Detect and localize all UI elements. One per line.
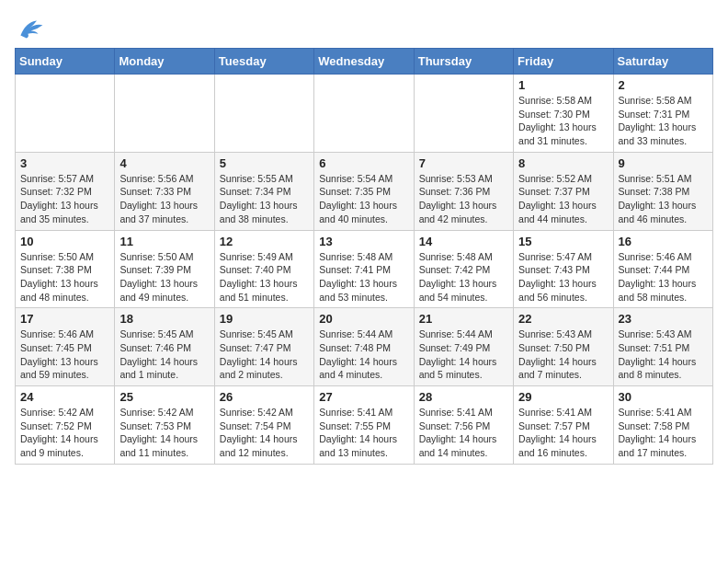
header-saturday: Saturday [613, 49, 712, 75]
day-info: Sunrise: 5:52 AMSunset: 7:37 PMDaylight:… [518, 172, 608, 226]
day-number: 5 [220, 156, 309, 170]
calendar-table: SundayMondayTuesdayWednesdayThursdayFrid… [15, 48, 713, 465]
header-monday: Monday [115, 49, 214, 75]
logo-bird-icon [15, 15, 44, 40]
day-info: Sunrise: 5:46 AMSunset: 7:44 PMDaylight:… [619, 250, 708, 304]
calendar-week-row: 3Sunrise: 5:57 AMSunset: 7:32 PMDaylight… [16, 152, 713, 230]
header-thursday: Thursday [414, 49, 513, 75]
calendar-cell: 26Sunrise: 5:42 AMSunset: 7:54 PMDayligh… [214, 386, 313, 465]
calendar-cell: 3Sunrise: 5:57 AMSunset: 7:32 PMDaylight… [16, 152, 115, 230]
day-info: Sunrise: 5:53 AMSunset: 7:36 PMDaylight:… [419, 172, 508, 226]
calendar-cell: 11Sunrise: 5:50 AMSunset: 7:39 PMDayligh… [115, 230, 214, 308]
calendar-cell [414, 75, 513, 153]
calendar-cell [16, 75, 115, 153]
day-info: Sunrise: 5:51 AMSunset: 7:38 PMDaylight:… [619, 172, 708, 226]
day-number: 25 [119, 390, 209, 404]
day-info: Sunrise: 5:42 AMSunset: 7:53 PMDaylight:… [119, 406, 209, 460]
day-number: 4 [119, 156, 209, 170]
calendar-week-row: 10Sunrise: 5:50 AMSunset: 7:38 PMDayligh… [16, 230, 713, 308]
calendar-cell: 13Sunrise: 5:48 AMSunset: 7:41 PMDayligh… [314, 230, 414, 308]
calendar-cell: 9Sunrise: 5:51 AMSunset: 7:38 PMDaylight… [613, 152, 712, 230]
calendar-cell: 6Sunrise: 5:54 AMSunset: 7:35 PMDaylight… [314, 152, 414, 230]
day-number: 23 [619, 312, 708, 326]
header-tuesday: Tuesday [214, 49, 313, 75]
day-info: Sunrise: 5:41 AMSunset: 7:58 PMDaylight:… [619, 406, 708, 460]
day-number: 17 [20, 312, 109, 326]
page-header [15, 15, 713, 40]
calendar-cell: 14Sunrise: 5:48 AMSunset: 7:42 PMDayligh… [414, 230, 513, 308]
day-number: 10 [20, 235, 109, 248]
calendar-cell: 29Sunrise: 5:41 AMSunset: 7:57 PMDayligh… [514, 386, 613, 465]
day-info: Sunrise: 5:41 AMSunset: 7:57 PMDaylight:… [518, 406, 608, 460]
day-info: Sunrise: 5:45 AMSunset: 7:47 PMDaylight:… [220, 327, 309, 382]
calendar-cell: 10Sunrise: 5:50 AMSunset: 7:38 PMDayligh… [16, 230, 115, 308]
calendar-cell: 8Sunrise: 5:52 AMSunset: 7:37 PMDaylight… [514, 152, 613, 230]
day-number: 21 [419, 312, 508, 326]
calendar-week-row: 1Sunrise: 5:58 AMSunset: 7:30 PMDaylight… [16, 75, 713, 153]
day-info: Sunrise: 5:45 AMSunset: 7:46 PMDaylight:… [119, 327, 209, 382]
day-number: 13 [319, 235, 408, 248]
day-info: Sunrise: 5:43 AMSunset: 7:50 PMDaylight:… [518, 327, 608, 382]
calendar-cell: 21Sunrise: 5:44 AMSunset: 7:49 PMDayligh… [414, 308, 513, 386]
day-info: Sunrise: 5:42 AMSunset: 7:54 PMDaylight:… [220, 406, 309, 460]
calendar-cell: 24Sunrise: 5:42 AMSunset: 7:52 PMDayligh… [16, 386, 115, 465]
day-info: Sunrise: 5:49 AMSunset: 7:40 PMDaylight:… [220, 250, 309, 304]
day-number: 29 [518, 390, 608, 404]
calendar-header-row: SundayMondayTuesdayWednesdayThursdayFrid… [16, 49, 713, 75]
header-wednesday: Wednesday [314, 49, 414, 75]
calendar-cell [115, 75, 214, 153]
calendar-cell [314, 75, 414, 153]
day-number: 11 [119, 235, 209, 248]
calendar-cell: 28Sunrise: 5:41 AMSunset: 7:56 PMDayligh… [414, 386, 513, 465]
calendar-cell: 2Sunrise: 5:58 AMSunset: 7:31 PMDaylight… [613, 75, 712, 153]
day-info: Sunrise: 5:47 AMSunset: 7:43 PMDaylight:… [518, 250, 608, 304]
day-info: Sunrise: 5:41 AMSunset: 7:56 PMDaylight:… [419, 406, 508, 460]
calendar-cell: 19Sunrise: 5:45 AMSunset: 7:47 PMDayligh… [214, 308, 313, 386]
day-number: 19 [220, 312, 309, 326]
day-number: 18 [119, 312, 209, 326]
day-number: 30 [619, 390, 708, 404]
day-number: 27 [319, 390, 408, 404]
calendar-cell: 23Sunrise: 5:43 AMSunset: 7:51 PMDayligh… [613, 308, 712, 386]
logo [15, 15, 48, 40]
day-info: Sunrise: 5:42 AMSunset: 7:52 PMDaylight:… [20, 406, 109, 460]
day-info: Sunrise: 5:44 AMSunset: 7:49 PMDaylight:… [419, 327, 508, 382]
calendar-cell: 4Sunrise: 5:56 AMSunset: 7:33 PMDaylight… [115, 152, 214, 230]
day-number: 24 [20, 390, 109, 404]
calendar-cell: 15Sunrise: 5:47 AMSunset: 7:43 PMDayligh… [514, 230, 613, 308]
calendar-cell: 1Sunrise: 5:58 AMSunset: 7:30 PMDaylight… [514, 75, 613, 153]
day-info: Sunrise: 5:44 AMSunset: 7:48 PMDaylight:… [319, 327, 408, 382]
calendar-cell: 16Sunrise: 5:46 AMSunset: 7:44 PMDayligh… [613, 230, 712, 308]
day-number: 28 [419, 390, 508, 404]
day-info: Sunrise: 5:58 AMSunset: 7:31 PMDaylight:… [619, 94, 708, 148]
day-number: 26 [220, 390, 309, 404]
day-number: 2 [619, 78, 708, 92]
day-info: Sunrise: 5:57 AMSunset: 7:32 PMDaylight:… [20, 172, 109, 226]
day-info: Sunrise: 5:56 AMSunset: 7:33 PMDaylight:… [119, 172, 209, 226]
calendar-cell: 17Sunrise: 5:46 AMSunset: 7:45 PMDayligh… [16, 308, 115, 386]
day-info: Sunrise: 5:50 AMSunset: 7:39 PMDaylight:… [119, 250, 209, 304]
day-number: 20 [319, 312, 408, 326]
day-number: 14 [419, 235, 508, 248]
calendar-cell: 18Sunrise: 5:45 AMSunset: 7:46 PMDayligh… [115, 308, 214, 386]
day-number: 12 [220, 235, 309, 248]
day-number: 15 [518, 235, 608, 248]
calendar-week-row: 17Sunrise: 5:46 AMSunset: 7:45 PMDayligh… [16, 308, 713, 386]
calendar-week-row: 24Sunrise: 5:42 AMSunset: 7:52 PMDayligh… [16, 386, 713, 465]
calendar-cell: 5Sunrise: 5:55 AMSunset: 7:34 PMDaylight… [214, 152, 313, 230]
day-info: Sunrise: 5:58 AMSunset: 7:30 PMDaylight:… [518, 94, 608, 148]
calendar-cell: 12Sunrise: 5:49 AMSunset: 7:40 PMDayligh… [214, 230, 313, 308]
day-number: 16 [619, 235, 708, 248]
header-sunday: Sunday [16, 49, 115, 75]
calendar-cell: 7Sunrise: 5:53 AMSunset: 7:36 PMDaylight… [414, 152, 513, 230]
day-number: 22 [518, 312, 608, 326]
day-info: Sunrise: 5:43 AMSunset: 7:51 PMDaylight:… [619, 327, 708, 382]
day-number: 7 [419, 156, 508, 170]
day-info: Sunrise: 5:48 AMSunset: 7:42 PMDaylight:… [419, 250, 508, 304]
day-number: 9 [619, 156, 708, 170]
header-friday: Friday [514, 49, 613, 75]
calendar-cell: 25Sunrise: 5:42 AMSunset: 7:53 PMDayligh… [115, 386, 214, 465]
day-info: Sunrise: 5:41 AMSunset: 7:55 PMDaylight:… [319, 406, 408, 460]
day-number: 1 [518, 78, 608, 92]
calendar-cell: 20Sunrise: 5:44 AMSunset: 7:48 PMDayligh… [314, 308, 414, 386]
